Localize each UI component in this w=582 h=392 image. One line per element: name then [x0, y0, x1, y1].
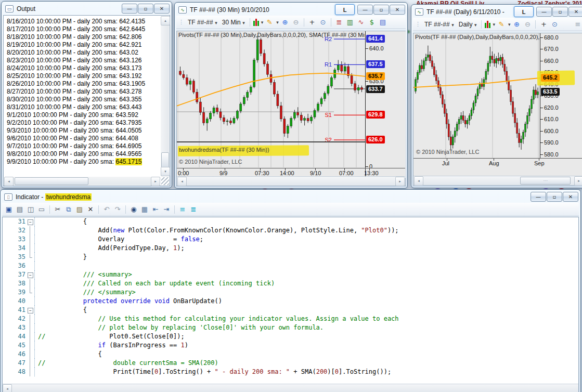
- price-panel-daily[interactable]: [413, 33, 540, 158]
- code-line[interactable]: 39 /// </summary>: [3, 288, 578, 297]
- find-icon[interactable]: ◉: [129, 205, 138, 214]
- output-horizontal-scrollbar[interactable]: ◂ ▸: [4, 177, 160, 185]
- align-icon[interactable]: ≡: [178, 205, 187, 214]
- link-button[interactable]: L: [514, 6, 534, 17]
- chart-horizontal-scrollbar[interactable]: ◂ ▸: [177, 176, 405, 186]
- interval-selector[interactable]: 30 Min ▾: [221, 18, 247, 27]
- toolbar-grip[interactable]: ⋮: [178, 19, 184, 25]
- code-line[interactable]: 36: [3, 262, 578, 270]
- indicator-panel[interactable]: twohundredsma(TF ##-## (30 Min))© 2010 N…: [177, 142, 365, 167]
- code-line[interactable]: 43 // plot below by replacing 'Close[0]'…: [3, 323, 578, 332]
- paste-icon[interactable]: ▨: [75, 205, 84, 214]
- output-log[interactable]: 8/16/2010 10:00:00 PM - daily 200 sma: 6…: [4, 16, 160, 176]
- chart-bars-icon[interactable]: ▥: [345, 18, 355, 27]
- maximize-button[interactable]: ▫: [373, 5, 389, 15]
- outdent-icon[interactable]: ⇤: [151, 205, 160, 214]
- indent-icon[interactable]: ⇥: [162, 205, 171, 214]
- zoom-out-icon[interactable]: ⊖: [523, 20, 532, 29]
- magnifier-icon[interactable]: ⊙: [318, 18, 328, 27]
- minimize-button[interactable]: —: [531, 192, 546, 202]
- cut-icon[interactable]: ✂: [53, 205, 62, 214]
- link-button[interactable]: L: [335, 4, 355, 15]
- scroll-left-icon[interactable]: ◂: [4, 177, 14, 186]
- scroll-right-icon[interactable]: ▸: [574, 176, 582, 186]
- drawing-tools-icon[interactable]: ✎: [265, 18, 274, 27]
- zoom-out-icon[interactable]: ⊖: [291, 18, 301, 27]
- print-preview-icon[interactable]: ◫: [26, 205, 35, 214]
- scrollbar-thumb[interactable]: ⋯: [520, 177, 571, 185]
- code-line[interactable]: 44// Plot0.Set(Close[0]);: [3, 332, 578, 341]
- close-button[interactable]: ✕: [390, 5, 405, 15]
- undo-icon[interactable]: ↶: [102, 205, 111, 214]
- code-line[interactable]: 34 Add(PeriodType.Day, 1);: [3, 244, 578, 253]
- bar-style-icon[interactable]: [485, 21, 490, 28]
- close-button[interactable]: ✕: [563, 192, 578, 202]
- code-line[interactable]: 41 {: [3, 306, 578, 315]
- chart-daily-area[interactable]: Pivots(TF ##-## (Daily),Daily,DailyBars,…: [413, 33, 582, 186]
- line-chart-icon[interactable]: ∿: [356, 18, 366, 27]
- chart-30min-titlebar[interactable]: ∿ TF ##-## (30 Min) 9/10/2010 L—▫✕: [175, 3, 407, 16]
- output-vertical-scrollbar[interactable]: ▴ ▾: [161, 16, 169, 176]
- code-line[interactable]: 32 Add(new Plot(Color.FromKnownColor(Kno…: [3, 226, 578, 235]
- instrument-selector[interactable]: TF ##-## ▾: [186, 18, 219, 27]
- code-line[interactable]: 40 protected override void OnBarUpdate(): [3, 297, 578, 306]
- chart-horizontal-scrollbar[interactable]: ◂ ⋯ ▸: [413, 176, 582, 185]
- close-button[interactable]: ✕: [154, 4, 170, 14]
- scroll-left-icon[interactable]: ◂: [3, 384, 12, 392]
- dollar-icon[interactable]: $: [367, 18, 377, 27]
- close-button[interactable]: ✕: [568, 7, 582, 17]
- price-axis[interactable]: 680.0670.0660.0650.0640.0630.0620.0610.0…: [540, 33, 582, 158]
- toolbar-overflow-icon[interactable]: ≡: [573, 20, 582, 29]
- price-panel-30min[interactable]: R2R1S1S2: [177, 31, 365, 141]
- code-editor[interactable]: 31 {32 Add(new Plot(Color.FromKnownColor…: [2, 217, 579, 392]
- delete-icon[interactable]: ✕: [86, 205, 95, 214]
- toolbar-grip[interactable]: ⋮: [415, 21, 420, 28]
- grid-icon[interactable]: ▦: [140, 205, 149, 214]
- crosshair-icon[interactable]: +: [539, 20, 548, 29]
- code-line[interactable]: 47// double currentSma = SMA(200): [3, 359, 578, 368]
- editor-titlebar[interactable]: ▯ Indicator - twohundredsma —▫✕: [1, 190, 580, 203]
- code-line[interactable]: 46 {: [3, 350, 578, 359]
- output-window-icon[interactable]: ▭: [37, 205, 46, 214]
- code-area[interactable]: 31 {32 Add(new Plot(Color.FromKnownColor…: [3, 217, 578, 384]
- save-icon[interactable]: ▣: [4, 205, 14, 214]
- chart-30min-area[interactable]: R2R1S1S2Pivots(TF ##-## (30 Min),Daily,D…: [176, 31, 406, 186]
- drawing-tools-icon[interactable]: ✎: [497, 20, 506, 29]
- scrollbar-thumb[interactable]: [161, 152, 169, 168]
- fold-collapse-icon[interactable]: [27, 306, 35, 315]
- fold-collapse-icon[interactable]: [27, 270, 35, 279]
- bar-style-icon[interactable]: [253, 19, 259, 26]
- minimize-button[interactable]: —: [357, 5, 373, 15]
- code-line[interactable]: 31 {: [3, 217, 578, 226]
- scroll-left-icon[interactable]: ◂: [414, 176, 423, 186]
- scroll-right-icon[interactable]: ▸: [151, 177, 160, 186]
- zoom-in-icon[interactable]: ⊕: [512, 20, 521, 29]
- scroll-left-icon[interactable]: ◂: [177, 177, 187, 186]
- code-line[interactable]: 35 }: [3, 253, 578, 262]
- print-icon[interactable]: ▤: [15, 205, 24, 214]
- fold-collapse-icon[interactable]: [27, 217, 35, 226]
- scroll-right-icon[interactable]: ▸: [395, 177, 405, 186]
- maximize-button[interactable]: ▫: [138, 4, 153, 14]
- magnifier-icon[interactable]: ⊙: [550, 20, 559, 29]
- market-analyzer-icon[interactable]: ≣: [334, 18, 344, 27]
- code-line[interactable]: 33 Overlay = false;: [3, 235, 578, 244]
- maximize-button[interactable]: ▫: [547, 192, 562, 202]
- scrollbar-thumb[interactable]: [15, 177, 88, 185]
- resize-grip[interactable]: [161, 177, 169, 185]
- scroll-up-icon[interactable]: ▴: [161, 16, 170, 25]
- editor-horizontal-scrollbar[interactable]: ◂: [3, 384, 578, 392]
- output-titlebar[interactable]: ▭ Output —▫✕: [2, 2, 172, 15]
- code-line[interactable]: 38 /// Called on each bar update event (…: [3, 279, 578, 288]
- redo-icon[interactable]: ↷: [113, 205, 122, 214]
- price-axis[interactable]: 640.0635.0641.4637.5635.7633.7629.8626.0…: [365, 31, 406, 178]
- scroll-down-icon[interactable]: ▾: [161, 167, 170, 176]
- maximize-button[interactable]: ▫: [552, 7, 568, 17]
- zoom-in-icon[interactable]: ⊕: [280, 18, 290, 27]
- notes-icon[interactable]: ▤: [378, 18, 387, 27]
- copy-icon[interactable]: ⧉: [64, 205, 73, 214]
- code-line[interactable]: 42 // Use this method for calculating yo…: [3, 315, 578, 323]
- code-line[interactable]: 37 /// <summary>: [3, 270, 578, 279]
- minimize-button[interactable]: —: [122, 4, 137, 14]
- chart-daily-titlebar[interactable]: ∿ TF ##-## (Daily) 6/11/2010 - L—▫✕: [411, 5, 582, 18]
